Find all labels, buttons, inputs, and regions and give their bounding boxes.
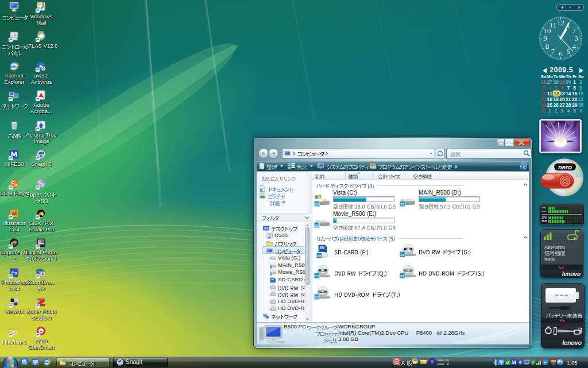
svg-text:nero: nero [558,164,572,171]
svg-text:22: 22 [270,266,272,268]
svg-text:6: 6 [559,49,563,58]
svg-text:22: 22 [315,296,319,299]
svg-text:CAPS: CAPS [438,359,444,362]
svg-text:lenovo: lenovo [562,271,581,277]
svg-text:M: M [512,360,516,365]
svg-text:22: 22 [315,203,319,206]
svg-text:ATLAS: ATLAS [38,31,43,33]
svg-text:11: 11 [550,21,557,29]
svg-text:»: » [455,164,458,169]
svg-text:lenovo: lenovo [562,339,582,346]
svg-text:22: 22 [315,224,319,227]
svg-text:?: ? [431,359,434,365]
svg-text:?: ? [523,164,525,169]
svg-text:22: 22 [400,274,404,278]
svg-text:22: 22 [315,274,319,278]
svg-text:12: 12 [557,18,564,27]
svg-text:9: 9 [543,34,547,42]
svg-text:7: 7 [551,47,555,56]
svg-text:8: 8 [40,154,42,157]
svg-text:KANA: KANA [438,363,444,366]
svg-text:22: 22 [270,273,272,276]
svg-text:22: 22 [400,253,404,257]
svg-text:22: 22 [317,254,321,258]
svg-text:22: 22 [400,203,404,206]
svg-text:5: 5 [567,47,571,56]
svg-text:4: 4 [572,42,577,51]
svg-text:8: 8 [546,42,550,51]
